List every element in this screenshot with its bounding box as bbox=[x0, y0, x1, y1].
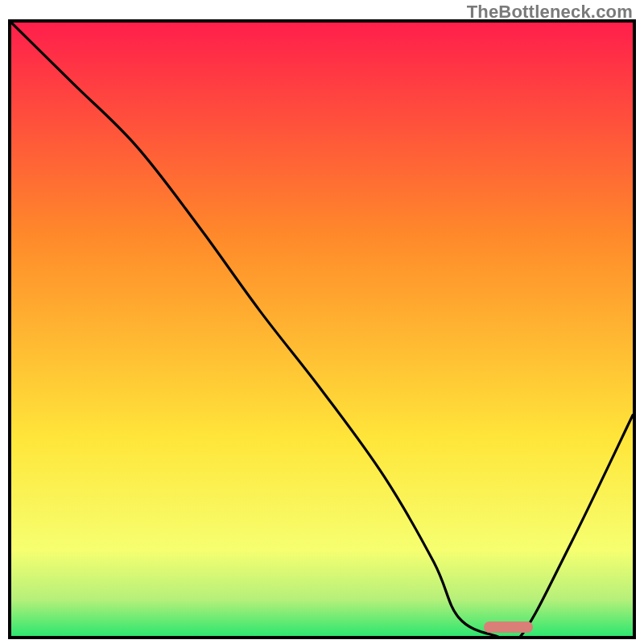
optimal-marker bbox=[484, 621, 534, 633]
bottleneck-curve bbox=[11, 23, 633, 636]
plot-area bbox=[11, 23, 633, 636]
chart-frame bbox=[8, 19, 636, 639]
